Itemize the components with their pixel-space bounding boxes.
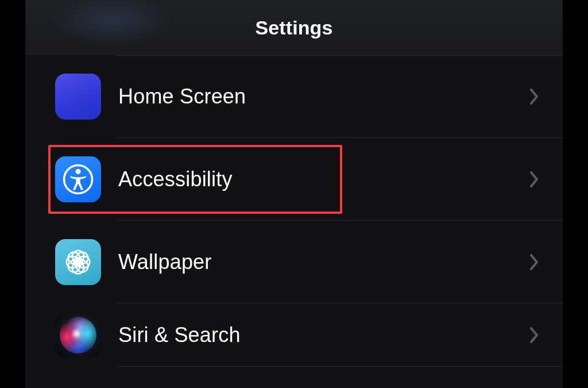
chevron-right-icon xyxy=(529,171,540,188)
row-label: Siri & Search xyxy=(118,323,241,347)
settings-row-siri-search[interactable]: Siri & Search xyxy=(25,304,563,367)
chevron-right-icon xyxy=(529,253,540,271)
settings-list: Home Screen Accessibility xyxy=(25,55,563,367)
home-screen-icon xyxy=(55,74,101,120)
row-label: Home Screen xyxy=(118,84,246,109)
accessibility-icon xyxy=(55,156,101,202)
header: Settings xyxy=(25,0,563,55)
settings-screen: Settings Home Screen xyxy=(25,0,563,388)
row-label: Accessibility xyxy=(118,167,233,191)
row-separator xyxy=(117,366,563,367)
chevron-right-icon xyxy=(529,88,540,105)
screen-root: Settings Home Screen xyxy=(0,0,588,388)
wallpaper-icon xyxy=(55,239,101,285)
chevron-right-icon xyxy=(529,326,540,344)
settings-row-home-screen[interactable]: Home Screen xyxy=(25,55,563,138)
svg-point-1 xyxy=(75,169,80,174)
row-separator xyxy=(117,55,563,56)
letterbox-right xyxy=(563,0,588,388)
siri-icon xyxy=(55,312,101,358)
settings-row-wallpaper[interactable]: Wallpaper xyxy=(25,221,563,304)
letterbox-left xyxy=(0,0,25,388)
row-label: Wallpaper xyxy=(118,250,212,274)
settings-row-accessibility[interactable]: Accessibility xyxy=(25,138,563,221)
page-title: Settings xyxy=(256,17,333,39)
